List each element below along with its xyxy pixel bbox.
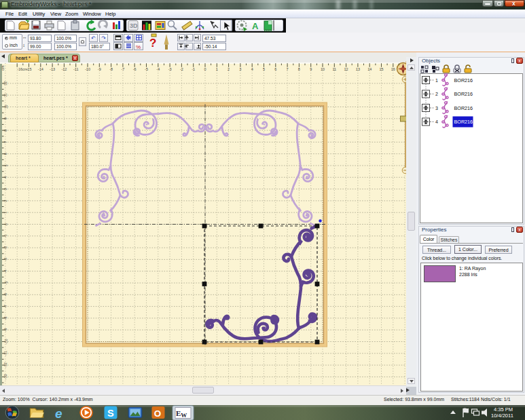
svg-text:e: e xyxy=(55,406,62,420)
svg-text:BOR216: BOR216 xyxy=(454,91,473,97)
svg-text:S: S xyxy=(107,408,114,419)
svg-text:BOR216: BOR216 xyxy=(454,77,473,83)
svg-text:1: 1 xyxy=(435,78,438,83)
svg-text:2: 2 xyxy=(435,92,438,96)
svg-text:BOR216: BOR216 xyxy=(454,119,473,125)
svg-text:BOR216: BOR216 xyxy=(454,105,473,111)
svg-text:4: 4 xyxy=(435,119,438,124)
svg-text:O: O xyxy=(154,408,161,419)
svg-text:3: 3 xyxy=(435,106,438,111)
